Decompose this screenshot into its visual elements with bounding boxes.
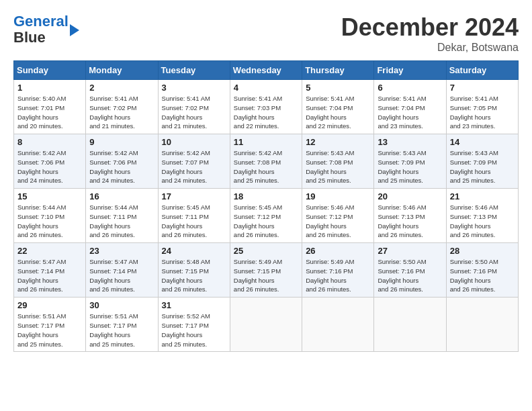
col-saturday: Saturday [446,61,518,80]
table-row: 24 Sunrise: 5:48 AM Sunset: 7:15 PM Dayl… [158,243,230,298]
day-info: Sunrise: 5:47 AM Sunset: 7:14 PM Dayligh… [89,257,154,294]
day-number: 29 [17,300,82,310]
calendar-header-row: Sunday Monday Tuesday Wednesday Thursday… [14,61,519,80]
day-number: 3 [162,83,226,93]
day-number: 8 [17,137,82,147]
day-info: Sunrise: 5:51 AM Sunset: 7:17 PM Dayligh… [17,312,82,349]
day-number: 23 [89,246,154,256]
day-info: Sunrise: 5:50 AM Sunset: 7:16 PM Dayligh… [450,257,515,294]
day-info: Sunrise: 5:43 AM Sunset: 7:08 PM Dayligh… [306,148,370,185]
day-info: Sunrise: 5:51 AM Sunset: 7:17 PM Dayligh… [89,312,154,349]
table-row: 22 Sunrise: 5:47 AM Sunset: 7:14 PM Dayl… [14,243,86,298]
logo-blue: Blue [13,29,46,46]
calendar-week-row: 15 Sunrise: 5:44 AM Sunset: 7:10 PM Dayl… [14,189,519,243]
day-info: Sunrise: 5:45 AM Sunset: 7:11 PM Dayligh… [162,203,226,240]
table-row: 10 Sunrise: 5:42 AM Sunset: 7:07 PM Dayl… [158,134,230,189]
day-info: Sunrise: 5:47 AM Sunset: 7:14 PM Dayligh… [17,257,82,294]
day-info: Sunrise: 5:42 AM Sunset: 7:07 PM Dayligh… [162,148,226,185]
table-row: 31 Sunrise: 5:52 AM Sunset: 7:17 PM Dayl… [158,298,230,352]
table-row: 8 Sunrise: 5:42 AM Sunset: 7:06 PM Dayli… [14,134,86,189]
day-info: Sunrise: 5:45 AM Sunset: 7:12 PM Dayligh… [234,203,298,240]
day-info: Sunrise: 5:42 AM Sunset: 7:06 PM Dayligh… [89,148,154,185]
table-row: 1 Sunrise: 5:40 AM Sunset: 7:01 PM Dayli… [14,80,86,134]
table-row: 20 Sunrise: 5:46 AM Sunset: 7:13 PM Dayl… [374,189,446,243]
header: General Blue December 2024 Dekar, Botswa… [13,13,519,54]
table-row: 13 Sunrise: 5:43 AM Sunset: 7:09 PM Dayl… [374,134,446,189]
day-info: Sunrise: 5:46 AM Sunset: 7:13 PM Dayligh… [378,203,442,240]
table-row [374,298,446,352]
day-number: 18 [234,191,298,201]
calendar-week-row: 22 Sunrise: 5:47 AM Sunset: 7:14 PM Dayl… [14,243,519,298]
day-number: 28 [450,246,515,256]
logo-arrow-icon [70,24,79,36]
day-number: 30 [89,300,154,310]
month-title: December 2024 [341,13,519,42]
table-row: 26 Sunrise: 5:49 AM Sunset: 7:16 PM Dayl… [302,243,374,298]
day-info: Sunrise: 5:48 AM Sunset: 7:15 PM Dayligh… [162,257,226,294]
col-friday: Friday [374,61,446,80]
day-info: Sunrise: 5:52 AM Sunset: 7:17 PM Dayligh… [162,312,226,349]
day-number: 26 [306,246,370,256]
table-row: 23 Sunrise: 5:47 AM Sunset: 7:14 PM Dayl… [86,243,158,298]
table-row [230,298,302,352]
table-row: 6 Sunrise: 5:41 AM Sunset: 7:04 PM Dayli… [374,80,446,134]
table-row: 11 Sunrise: 5:42 AM Sunset: 7:08 PM Dayl… [230,134,302,189]
day-info: Sunrise: 5:49 AM Sunset: 7:15 PM Dayligh… [234,257,298,294]
table-row: 19 Sunrise: 5:46 AM Sunset: 7:12 PM Dayl… [302,189,374,243]
day-info: Sunrise: 5:41 AM Sunset: 7:02 PM Dayligh… [89,94,154,131]
day-number: 4 [234,83,298,93]
table-row: 28 Sunrise: 5:50 AM Sunset: 7:16 PM Dayl… [446,243,518,298]
day-info: Sunrise: 5:42 AM Sunset: 7:06 PM Dayligh… [17,148,82,185]
calendar-table: Sunday Monday Tuesday Wednesday Thursday… [13,60,519,352]
day-number: 5 [306,83,370,93]
table-row: 25 Sunrise: 5:49 AM Sunset: 7:15 PM Dayl… [230,243,302,298]
day-number: 15 [17,191,82,201]
table-row: 12 Sunrise: 5:43 AM Sunset: 7:08 PM Dayl… [302,134,374,189]
table-row: 2 Sunrise: 5:41 AM Sunset: 7:02 PM Dayli… [86,80,158,134]
day-info: Sunrise: 5:42 AM Sunset: 7:08 PM Dayligh… [234,148,298,185]
day-number: 6 [378,83,442,93]
table-row [302,298,374,352]
day-number: 9 [89,137,154,147]
table-row: 3 Sunrise: 5:41 AM Sunset: 7:02 PM Dayli… [158,80,230,134]
day-info: Sunrise: 5:40 AM Sunset: 7:01 PM Dayligh… [17,94,82,131]
day-number: 10 [162,137,226,147]
table-row: 5 Sunrise: 5:41 AM Sunset: 7:04 PM Dayli… [302,80,374,134]
location: Dekar, Botswana [341,42,519,54]
day-number: 17 [162,191,226,201]
table-row: 30 Sunrise: 5:51 AM Sunset: 7:17 PM Dayl… [86,298,158,352]
day-number: 27 [378,246,442,256]
table-row: 21 Sunrise: 5:46 AM Sunset: 7:13 PM Dayl… [446,189,518,243]
col-monday: Monday [86,61,158,80]
day-info: Sunrise: 5:46 AM Sunset: 7:12 PM Dayligh… [306,203,370,240]
day-info: Sunrise: 5:50 AM Sunset: 7:16 PM Dayligh… [378,257,442,294]
table-row: 4 Sunrise: 5:41 AM Sunset: 7:03 PM Dayli… [230,80,302,134]
day-number: 12 [306,137,370,147]
col-wednesday: Wednesday [230,61,302,80]
day-info: Sunrise: 5:44 AM Sunset: 7:10 PM Dayligh… [17,203,82,240]
col-thursday: Thursday [302,61,374,80]
day-info: Sunrise: 5:41 AM Sunset: 7:05 PM Dayligh… [450,94,515,131]
day-info: Sunrise: 5:41 AM Sunset: 7:04 PM Dayligh… [306,94,370,131]
day-number: 1 [17,83,82,93]
day-number: 31 [162,300,226,310]
day-number: 11 [234,137,298,147]
col-tuesday: Tuesday [158,61,230,80]
calendar-week-row: 29 Sunrise: 5:51 AM Sunset: 7:17 PM Dayl… [14,298,519,352]
day-number: 19 [306,191,370,201]
day-number: 22 [17,246,82,256]
col-sunday: Sunday [14,61,86,80]
table-row: 29 Sunrise: 5:51 AM Sunset: 7:17 PM Dayl… [14,298,86,352]
logo-general: General [13,13,69,30]
day-number: 25 [234,246,298,256]
table-row: 18 Sunrise: 5:45 AM Sunset: 7:12 PM Dayl… [230,189,302,243]
day-info: Sunrise: 5:43 AM Sunset: 7:09 PM Dayligh… [450,148,515,185]
calendar-week-row: 8 Sunrise: 5:42 AM Sunset: 7:06 PM Dayli… [14,134,519,189]
day-info: Sunrise: 5:46 AM Sunset: 7:13 PM Dayligh… [450,203,515,240]
main-container: General Blue December 2024 Dekar, Botswa… [0,0,532,359]
day-info: Sunrise: 5:43 AM Sunset: 7:09 PM Dayligh… [378,148,442,185]
table-row: 17 Sunrise: 5:45 AM Sunset: 7:11 PM Dayl… [158,189,230,243]
day-number: 13 [378,137,442,147]
table-row: 15 Sunrise: 5:44 AM Sunset: 7:10 PM Dayl… [14,189,86,243]
day-info: Sunrise: 5:41 AM Sunset: 7:03 PM Dayligh… [234,94,298,131]
